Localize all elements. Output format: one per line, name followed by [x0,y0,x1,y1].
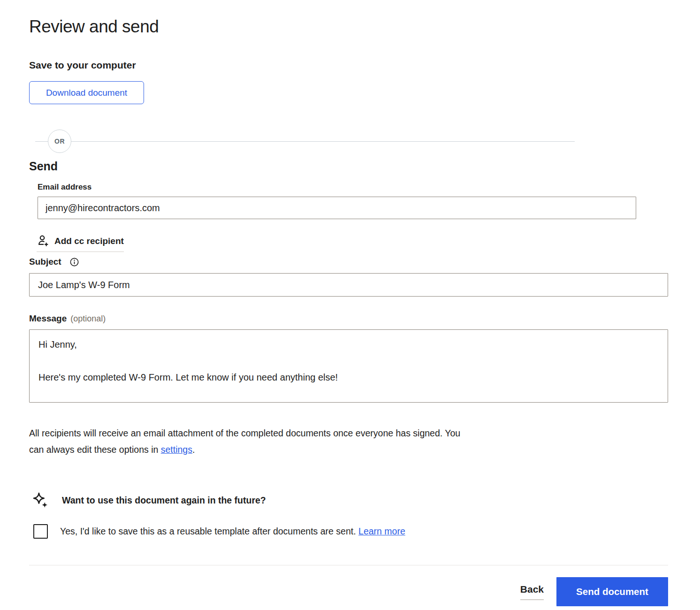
template-question-row: Want to use this document again in the f… [32,492,668,509]
message-textarea[interactable]: Hi Jenny, Here's my completed W-9 Form. … [29,329,668,403]
settings-link[interactable]: settings [161,444,192,455]
review-and-send-page: Review and send Save to your computer Do… [0,0,700,606]
info-icon[interactable] [69,257,79,267]
back-button[interactable]: Back [520,584,544,600]
or-divider-line-left [35,141,48,142]
send-document-button[interactable]: Send document [556,577,668,606]
subject-label-row: Subject [29,257,668,267]
or-divider-badge: OR [48,130,71,153]
footer-actions: Back Send document [29,577,668,606]
or-divider-line-right [71,141,575,142]
or-divider: OR [35,130,575,153]
email-address-label: Email address [38,183,91,192]
recipients-notice-text: All recipients will receive an email att… [29,428,460,455]
message-label: Message [29,313,67,324]
subject-input[interactable] [29,273,668,297]
message-label-row: Message (optional) [29,313,668,324]
add-cc-recipient-button[interactable]: Add cc recipient [37,234,124,252]
add-cc-recipient-label: Add cc recipient [54,236,124,246]
message-optional-hint: (optional) [70,314,106,324]
person-plus-icon [37,234,49,248]
save-template-label: Yes, I'd like to save this as a reusable… [60,526,405,537]
save-template-label-text: Yes, I'd like to save this as a reusable… [60,526,358,536]
save-template-row: Yes, I'd like to save this as a reusable… [33,524,668,539]
send-heading: Send [29,160,668,173]
save-to-computer-heading: Save to your computer [29,60,668,71]
save-template-checkbox[interactable] [33,524,48,539]
email-address-input[interactable] [38,197,636,219]
footer-divider [29,565,668,565]
download-document-button[interactable]: Download document [29,81,144,104]
recipients-notice-period: . [192,444,195,455]
learn-more-link[interactable]: Learn more [358,526,405,536]
email-field-group: Email address [38,183,668,219]
template-question: Want to use this document again in the f… [62,495,266,506]
subject-label: Subject [29,257,61,267]
recipients-notice: All recipients will receive an email att… [29,425,461,458]
sparkle-icon [32,492,49,509]
page-title: Review and send [29,18,668,35]
